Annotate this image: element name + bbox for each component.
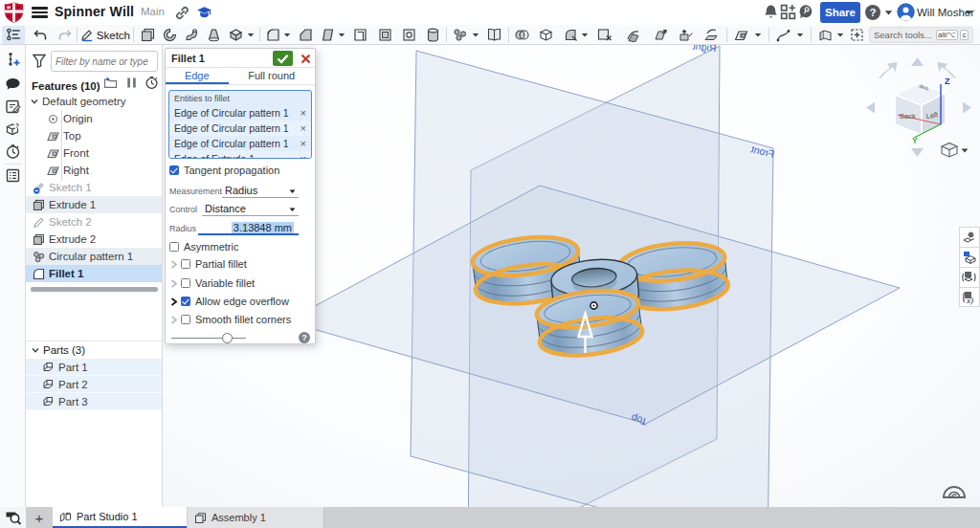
rollback-clock-icon[interactable] <box>145 76 159 90</box>
material-library-button[interactable] <box>959 227 980 247</box>
logo-shield-icon[interactable] <box>4 2 24 23</box>
rollback-bar[interactable] <box>31 287 158 292</box>
allow-edge-overflow-checkbox[interactable] <box>181 297 190 306</box>
tree-item-origin[interactable]: Origin <box>26 110 162 127</box>
hamburger-menu-icon[interactable] <box>32 5 48 20</box>
tab-part-studio-1[interactable]: Part Studio 1 <box>53 507 187 528</box>
notes-icon[interactable] <box>5 99 21 115</box>
tree-item-extrude1[interactable]: Extrude 1 <box>26 196 162 213</box>
transform-icon[interactable] <box>677 26 695 44</box>
smooth-fillet-corners-checkbox[interactable] <box>181 315 190 324</box>
app-store-icon[interactable] <box>780 4 796 20</box>
tab-assembly-1[interactable]: Assembly 1 <box>188 507 324 528</box>
tab-full-round[interactable]: Full round <box>229 68 315 84</box>
move-face-icon[interactable] <box>652 26 670 44</box>
allow-edge-overflow-option[interactable]: Allow edge overflow <box>166 296 317 307</box>
entity-item[interactable]: Edge of Circular pattern 1× <box>169 136 311 151</box>
tree-item-fillet1[interactable]: Fillet 1 <box>26 265 162 282</box>
tree-item-extrude2[interactable]: Extrude 2 <box>26 231 162 248</box>
tab-edge[interactable]: Edge <box>166 68 229 84</box>
bom-icon[interactable] <box>5 167 21 184</box>
smooth-fillet-corners-option[interactable]: Smooth fillet corners <box>166 314 317 325</box>
remove-entity-icon[interactable]: × <box>301 122 306 134</box>
fillet-caret-icon[interactable] <box>281 26 293 44</box>
history-icon[interactable] <box>5 143 21 160</box>
remove-entity-icon[interactable]: × <box>301 153 306 159</box>
view-options-button[interactable] <box>942 143 969 157</box>
modify-fillet-icon[interactable] <box>562 26 579 44</box>
draft-icon[interactable] <box>319 26 336 44</box>
view-cube[interactable]: Back Left Top Z Y <box>866 57 971 157</box>
thicken-icon[interactable] <box>227 26 244 44</box>
suppress-icon[interactable] <box>124 76 139 90</box>
configurations-panel-button[interactable] <box>959 267 980 287</box>
variable-fillet-option[interactable]: Variable fillet <box>166 277 317 289</box>
part-row-3[interactable]: Part 3 <box>26 393 162 410</box>
dialog-help-icon[interactable]: ? <box>299 332 310 343</box>
pattern-icon[interactable] <box>451 26 469 44</box>
feature-list-toggle[interactable] <box>2 26 25 44</box>
learning-center-icon[interactable] <box>798 4 814 20</box>
remove-entity-icon[interactable]: × <box>301 138 306 149</box>
tangent-checkbox[interactable] <box>169 165 179 175</box>
tree-item-plane-right[interactable]: Right <box>26 162 162 179</box>
dialog-header[interactable]: Fillet 1 <box>166 49 315 68</box>
entity-item[interactable]: Edge of Extrude 1× <box>169 151 311 159</box>
variable-fillet-checkbox[interactable] <box>181 278 190 288</box>
add-folder-icon[interactable] <box>103 76 118 90</box>
split-book-icon[interactable] <box>485 26 502 44</box>
chamfer-icon[interactable] <box>297 26 314 44</box>
entity-item[interactable]: Edge of Circular pattern 1× <box>169 105 311 121</box>
search-tools-field[interactable]: Search tools... alt/⌥ c <box>869 27 973 43</box>
tree-item-sketch2[interactable]: Sketch 2 <box>26 213 162 231</box>
sketch-button[interactable]: Sketch <box>80 26 130 44</box>
partial-fillet-checkbox[interactable] <box>181 259 190 269</box>
expand-chevron-icon[interactable] <box>169 260 178 269</box>
plane-caret-icon[interactable] <box>752 26 764 44</box>
partial-fillet-option[interactable]: Partial fillet <box>166 258 317 270</box>
entities-to-fillet-box[interactable]: Entities to fillet Edge of Circular patt… <box>168 90 312 159</box>
boss-caret-icon[interactable] <box>245 26 256 44</box>
graphics-viewport[interactable]: Front Top Right <box>163 45 980 507</box>
curve-caret-icon[interactable] <box>794 26 806 44</box>
filter-icon[interactable] <box>33 54 46 68</box>
undo-icon[interactable] <box>32 26 48 44</box>
link-icon[interactable] <box>174 5 190 21</box>
accept-button[interactable] <box>273 51 293 66</box>
radius-input[interactable]: 3.13848 mm <box>232 222 294 233</box>
appearance-panel-button[interactable] <box>959 247 980 267</box>
measure-icon[interactable] <box>5 52 21 68</box>
expand-chevron-icon[interactable] <box>169 279 178 288</box>
origin-marker[interactable] <box>590 302 597 309</box>
add-tab-button[interactable]: + <box>30 507 49 528</box>
curve-icon[interactable] <box>774 26 791 44</box>
shell-icon[interactable] <box>351 26 368 44</box>
tree-item-sketch1[interactable]: Sketch 1 <box>26 179 162 196</box>
tangent-propagation-option[interactable]: Tangent propagation <box>166 165 317 176</box>
entity-item[interactable]: Edge of Circular pattern 1× <box>169 121 311 136</box>
extrude-icon[interactable] <box>139 26 156 44</box>
fillet-icon[interactable] <box>264 26 281 44</box>
help-icon[interactable]: ? <box>864 4 881 21</box>
part-row-2[interactable]: Part 2 <box>26 376 162 393</box>
help-caret-icon[interactable] <box>884 10 893 16</box>
comments-icon[interactable] <box>5 77 21 93</box>
redo-icon[interactable] <box>56 26 73 44</box>
revolve-icon[interactable] <box>161 26 178 44</box>
user-caret-icon[interactable] <box>965 10 973 16</box>
measurement-dropdown[interactable]: Radius <box>225 185 257 196</box>
custom-features-panel-button[interactable]: x) <box>959 287 980 307</box>
tree-item-circular-pattern1[interactable]: Circular pattern 1 <box>26 248 162 265</box>
draft-caret-icon[interactable] <box>336 26 347 44</box>
filter-input[interactable] <box>51 51 158 72</box>
share-button[interactable]: Share <box>820 2 860 23</box>
workspace-name[interactable]: Main <box>141 6 165 17</box>
dropdown-caret-icon[interactable] <box>289 189 296 194</box>
slider-track[interactable] <box>171 338 246 339</box>
offset-surface-icon[interactable] <box>702 26 720 44</box>
notifications-bell-icon[interactable] <box>763 4 779 20</box>
tree-item-plane-top[interactable]: Top <box>26 127 162 144</box>
boolean-icon[interactable] <box>513 26 530 44</box>
control-dropdown[interactable]: Distance <box>205 203 246 214</box>
cylinder-icon[interactable] <box>424 26 441 44</box>
